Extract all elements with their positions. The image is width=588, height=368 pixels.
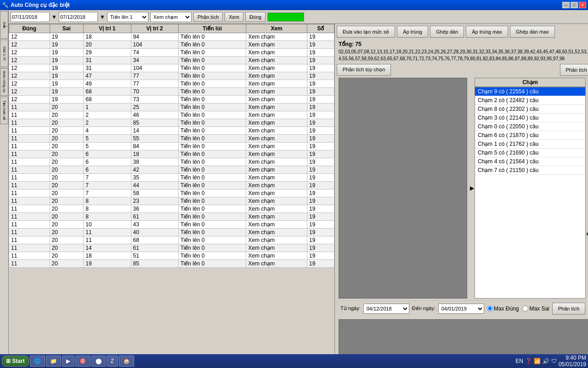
max-sai-radio-label[interactable]: Max Sai [522,305,549,312]
cham-list-item[interactable]: Chạm 1 có ( 21762 ) câu [475,140,585,149]
table-row[interactable]: 1120642Tiến lên 0Xem chạm19 [9,166,334,174]
table-cell: 19 [307,127,334,135]
zalo-icon: Z [111,358,114,364]
max-dung-radio[interactable] [487,305,493,311]
phan-tich-button[interactable]: Phân tích [193,12,223,22]
table-cell: Tiến lên 0 [178,229,246,236]
table-cell: Xem chạm [246,213,307,221]
xem-select[interactable]: Xem chạm Xem khác [150,12,192,22]
phan-tich-button-right[interactable]: Phân tích [560,64,588,76]
den-ngay-select[interactable]: 04/01/2019 [438,304,484,314]
table-row[interactable]: 12196870Tiến lên 0Xem chạm19 [9,88,334,96]
total-label: Tổng: 75 [339,40,588,48]
table-cell: 19 [307,174,334,182]
table-cell: Xem chạm [246,166,307,174]
table-row[interactable]: 1120555Tiến lên 0Xem chạm19 [9,135,334,143]
table-row[interactable]: 11201043Tiến lên 0Xem chạm19 [9,221,334,229]
dong-button[interactable]: Đóng [245,12,266,22]
table-cell: Tiến lên 0 [178,57,246,64]
start-button[interactable]: ⊞ Start [2,356,29,367]
table-cell: Xem chạm [246,80,307,88]
table-cell: 19 [50,64,84,72]
cham-list[interactable]: Chạm 9 có ( 22554 ) câuChạm 2 có ( 22482… [475,87,586,299]
cham-list-item[interactable]: Chạm 5 có ( 21690 ) câu [475,149,585,157]
table-row[interactable]: 12191894Tiến lên 0Xem chạm19 [9,33,334,41]
table-row[interactable]: 1120246Tiến lên 0Xem chạm19 [9,111,334,119]
table-row[interactable]: 1120584Tiến lên 0Xem chạm19 [9,143,334,150]
table-row[interactable]: 11201851Tiến lên 0Xem chạm19 [9,252,334,260]
date-to-input[interactable]: 07/12/2018 [59,12,98,22]
taskbar-item-chrome[interactable]: ⬤ [91,356,106,367]
date-phan-tich-button[interactable]: Phân tích [552,303,585,315]
table-container[interactable]: Đúng Sai Vị trí 1 Vị trí 2 Tiến lùi Xem … [9,24,334,354]
cham-list-item[interactable]: Chạm 7 có ( 21150 ) câu [475,166,585,175]
table-cell: Xem chạm [246,143,307,150]
max-dung-radio-label[interactable]: Max Đúng [487,305,519,312]
tien-select[interactable]: Tiến lên 1 Tiến lên 2 Tiến lên 3 [107,12,148,22]
dua-vao-button[interactable]: Đưa vào tạo mức số [337,26,395,38]
table-row[interactable]: 1120414Tiến lên 0Xem chạm19 [9,127,334,135]
table-row[interactable]: 12196873Tiến lên 0Xem chạm19 [9,96,334,104]
table-cell: 68 [131,236,178,244]
table-row[interactable]: 12192974Tiến lên 0Xem chạm19 [9,49,334,57]
minimize-button[interactable]: ─ [562,2,570,8]
security-icon: 🛡 [551,358,557,364]
table-cell: Tiến lên 0 [178,252,246,260]
table-row[interactable]: 11201461Tiến lên 0Xem chạm19 [9,244,334,252]
table-row[interactable]: 1120758Tiến lên 0Xem chạm19 [9,190,334,197]
taskbar-item-zalo[interactable]: Z [107,356,118,367]
cham-list-item[interactable]: Chạm 8 có ( 22302 ) câu [475,105,585,114]
table-cell: 19 [307,236,334,244]
max-sai-radio[interactable] [522,305,528,311]
table-row[interactable]: 1120823Tiến lên 0Xem chạm19 [9,197,334,205]
table-cell: 43 [131,221,178,229]
cham-list-item[interactable]: Chạm 6 có ( 21870 ) câu [475,131,585,140]
phan-tich-tuy-chon-button[interactable]: Phân tích tùy chọn [337,64,391,76]
table-row[interactable]: 1120735Tiến lên 0Xem chạm19 [9,174,334,182]
close-button[interactable]: ✕ [579,2,586,8]
ghep-dan-max-button[interactable]: Ghép dàn max [510,26,555,38]
table-row[interactable]: 1120861Tiến lên 0Xem chạm19 [9,213,334,221]
cham-list-item[interactable]: Chạm 0 có ( 22050 ) câu [475,122,585,131]
cham-list-item[interactable]: Chạm 4 có ( 21564 ) câu [475,157,585,166]
table-row[interactable]: 121931104Tiến lên 0Xem chạm19 [9,64,334,72]
xem-button[interactable]: Xem [225,12,243,22]
table-row[interactable]: 12193134Tiến lên 0Xem chạm19 [9,57,334,64]
ghep-dan-button[interactable]: Ghép dàn [430,26,464,38]
cham-list-item[interactable]: Chạm 3 có ( 22140 ) câu [475,114,585,122]
taskbar-item-media[interactable]: ▶ [62,356,74,367]
sidebar-item-tao[interactable]: Tạo mức số [0,97,8,124]
table-cell: 20 [50,119,84,127]
table-row[interactable]: 1120744Tiến lên 0Xem chạm19 [9,182,334,190]
ap-trung-button[interactable]: Áp trùng [397,26,428,38]
cham-list-item[interactable]: Chạm 2 có ( 22482 ) câu [475,96,585,105]
table-row[interactable]: 12194777Tiến lên 0Xem chạm19 [9,72,334,80]
taskbar-item-app2[interactable]: 🏠 [119,356,134,367]
table-row[interactable]: 1120836Tiến lên 0Xem chạm19 [9,205,334,213]
table-row[interactable]: 1120125Tiến lên 0Xem chạm19 [9,104,334,111]
tu-ngay-select[interactable]: 04/12/2018 [363,304,409,314]
table-cell: 11 [9,166,50,174]
table-row[interactable]: 1120285Tiến lên 0Xem chạm19 [9,119,334,127]
table-row[interactable]: 1120618Tiến lên 0Xem chạm19 [9,150,334,158]
table-row[interactable]: 11201985Tiến lên 0Xem chạm19 [9,260,334,268]
table-cell: 20 [50,236,84,244]
sidebar-item-giai[interactable]: Giải [0,11,8,39]
cham-list-item[interactable]: Chạm 9 có ( 22554 ) câu [475,87,585,96]
table-row[interactable]: 12194977Tiến lên 0Xem chạm19 [9,80,334,88]
date-from-input[interactable]: 07/11/2018 [11,12,50,22]
ap-trung-max-button[interactable]: Áp trùng max [466,26,508,38]
sidebar-item-auto[interactable]: Auto công cụ [0,68,8,96]
taskbar-item-explorer[interactable]: 📁 [46,356,61,367]
taskbar-item-ie[interactable]: 🌐 [30,356,45,367]
maximize-button[interactable]: □ [571,2,578,8]
app2-icon: 🏠 [123,358,130,364]
taskbar-item-app1[interactable]: 🎯 [75,356,90,367]
sidebar-item-gbi[interactable]: GBI 1 VÌ [0,40,8,67]
table-cell: 19 [307,244,334,252]
table-row[interactable]: 11201168Tiến lên 0Xem chạm19 [9,236,334,244]
table-row[interactable]: 11201140Tiến lên 0Xem chạm19 [9,229,334,236]
table-cell: 19 [307,80,334,88]
table-row[interactable]: 1120638Tiến lên 0Xem chạm19 [9,158,334,166]
table-row[interactable]: 121920104Tiến lên 0Xem chạm19 [9,41,334,49]
